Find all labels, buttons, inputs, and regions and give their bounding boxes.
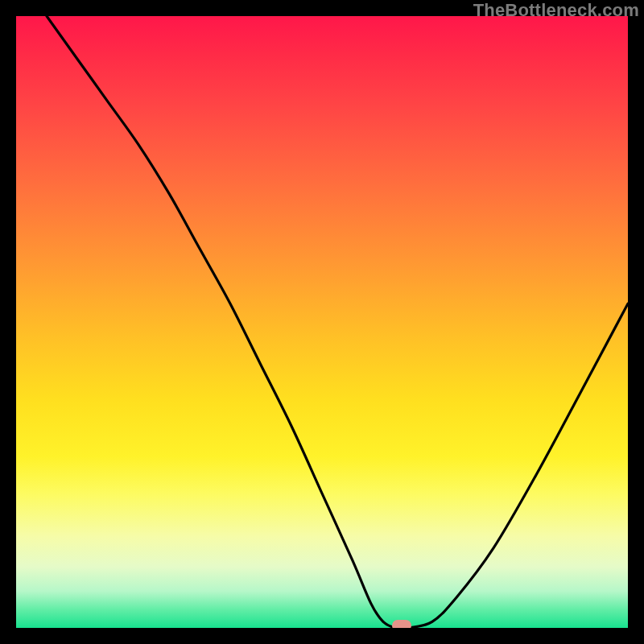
optimum-marker [392, 620, 411, 628]
watermark-text: TheBottleneck.com [473, 0, 639, 21]
chart-frame: TheBottleneck.com [0, 0, 644, 644]
bottleneck-curve [16, 16, 628, 628]
plot-area [16, 16, 628, 628]
